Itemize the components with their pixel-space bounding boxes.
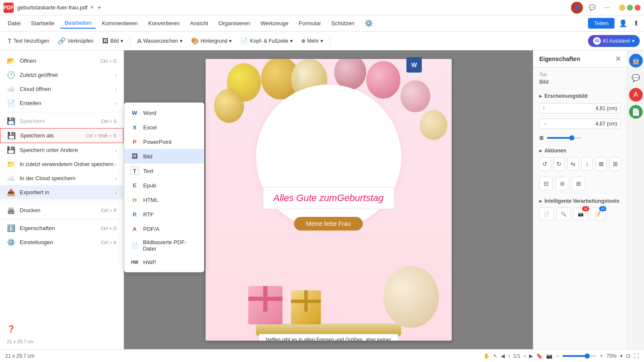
zoom-dropdown[interactable]: ▾: [620, 353, 623, 359]
action-merge[interactable]: ⊟: [539, 177, 553, 190]
menu-view[interactable]: Ansicht: [185, 18, 212, 28]
sidebar-chat-btn[interactable]: 💬: [629, 71, 643, 85]
maximize-btn[interactable]: [627, 5, 633, 11]
minimize-btn[interactable]: [619, 5, 625, 11]
menu-convert[interactable]: Konvertieren: [144, 18, 184, 28]
close-btn[interactable]: [635, 5, 641, 11]
status-zoom-slider[interactable]: [562, 355, 597, 357]
export-excel[interactable]: X Excel: [124, 120, 204, 134]
add-text-btn[interactable]: T Text hinzufügen: [4, 35, 53, 47]
menu-settings-icon[interactable]: ⚙️: [360, 18, 377, 29]
background-icon: 🎨: [191, 37, 199, 45]
bookmark-btn[interactable]: 🔖: [536, 353, 543, 359]
upload-icon-btn[interactable]: ⬆: [632, 18, 641, 29]
pdfa-icon: A: [130, 225, 139, 233]
hand-tool-icon[interactable]: ✋: [483, 353, 490, 359]
action-extract[interactable]: ⊞: [609, 157, 621, 171]
tab-add-btn[interactable]: +: [97, 4, 101, 12]
next-page-btn[interactable]: ▶: [529, 353, 533, 359]
menu-protect[interactable]: Schützen: [327, 18, 359, 28]
menu-item-print[interactable]: 🖨️Drucken Ctrl + P: [0, 203, 124, 217]
menu-file[interactable]: Datei: [3, 18, 25, 28]
select-tool-icon[interactable]: ↖: [493, 353, 497, 359]
zoom-slider[interactable]: [547, 137, 581, 139]
height-value: 4,81 (cm): [595, 105, 617, 111]
menu-item-save-as[interactable]: 💾Speichern als Ctrl + Shift + S: [0, 128, 124, 143]
fit-page-btn[interactable]: ⊡: [626, 353, 630, 359]
export-text[interactable]: T Text: [124, 163, 204, 178]
prev-btn[interactable]: ‹: [508, 353, 510, 359]
export-image[interactable]: 🖼 Bild: [124, 149, 204, 163]
menu-item-open[interactable]: 📂Öffnen Ctrl + O: [0, 54, 124, 68]
link-icon: 🔗: [58, 37, 66, 45]
sidebar-translate-btn[interactable]: A: [629, 88, 643, 102]
epub-icon: E: [130, 181, 139, 190]
link-btn[interactable]: 🔗 Verknüpfen: [54, 35, 97, 47]
action-align[interactable]: ⊜: [556, 177, 569, 190]
ai-assistant-btn[interactable]: AI KI Assistent ▾: [588, 35, 640, 47]
height-field[interactable]: I 4,81 (cm): [539, 103, 621, 114]
action-distribute[interactable]: ⊞: [572, 177, 585, 190]
screenshot-btn[interactable]: 📷: [546, 353, 553, 359]
zoom-in-btn[interactable]: +: [600, 353, 603, 359]
export-word[interactable]: W Word: [124, 105, 204, 120]
sidebar-ai-btn[interactable]: 🤖: [629, 54, 643, 67]
menu-start[interactable]: Startseite: [26, 18, 59, 28]
menu-item-recent[interactable]: 🕐Zuletzt geöffnet ›: [0, 68, 124, 82]
watermark-btn[interactable]: A Wasserzeichen ▾: [134, 35, 186, 47]
share-button[interactable]: Teilen: [588, 18, 615, 29]
more-btn[interactable]: ⊕ Mehr ▾: [298, 36, 326, 46]
action-rotate-ccw[interactable]: ↺: [539, 157, 551, 171]
fullscreen-btn[interactable]: ⛶: [634, 353, 639, 359]
action-crop[interactable]: ⊠: [595, 157, 607, 171]
menu-edit[interactable]: Bearbeiten: [60, 18, 96, 29]
header-footer-btn[interactable]: 📄 Kopf- & Fußzeile ▾: [237, 35, 296, 47]
width-field[interactable]: ↔ 4,67 (cm): [539, 119, 621, 129]
export-html[interactable]: H HTML: [124, 193, 204, 207]
menu-item-cloud-open[interactable]: ☁️Cloud öffnen ›: [0, 82, 124, 96]
export-hwp[interactable]: HW HWP: [124, 255, 204, 269]
menu-item-properties[interactable]: ℹ️Eigenschaften Ctrl + D: [0, 221, 124, 235]
menu-form[interactable]: Formular: [294, 18, 325, 28]
page-info: 1/1: [513, 353, 520, 359]
notification-btn[interactable]: 💬: [586, 4, 598, 11]
menu-comment[interactable]: Kommentieren: [97, 18, 142, 28]
action-flip-h[interactable]: ⇆: [568, 157, 579, 171]
smart-tool-1[interactable]: 📄: [539, 207, 554, 220]
export-epub[interactable]: E Epub: [124, 178, 204, 193]
action-flip-v[interactable]: ↕: [581, 157, 593, 171]
panel-close-btn[interactable]: ✕: [615, 55, 621, 63]
sidebar-doc-btn[interactable]: 📄: [629, 105, 643, 119]
profile-icon-btn[interactable]: 👤: [617, 18, 629, 29]
zoom-out-btn[interactable]: −: [556, 353, 559, 359]
more-btn[interactable]: ⋯: [602, 4, 612, 11]
menu-item-save: 💾Speichern Ctrl + S: [0, 114, 124, 128]
smart-tool-4[interactable]: 📝 AI: [591, 207, 605, 220]
menu-item-create[interactable]: 📄Erstellen ›: [0, 96, 124, 110]
action-rotate-cw[interactable]: ↻: [553, 157, 565, 171]
menu-item-save-other[interactable]: 💾Speichern unter Andere ›: [0, 143, 124, 157]
appearance-label: Erscheinungsbild: [544, 93, 588, 99]
smart-tool-3[interactable]: 📷 AI: [573, 207, 588, 220]
export-rtf[interactable]: R RTF: [124, 207, 204, 222]
menu-item-save-folder[interactable]: 📁In zuletzt verwendetem Ordner speichern…: [0, 157, 124, 171]
type-label: Typ: [539, 72, 621, 77]
width-value: 4,67 (cm): [595, 121, 617, 127]
menu-item-settings[interactable]: ⚙️Einstellungen Ctrl + K: [0, 235, 124, 249]
window-controls: [619, 5, 641, 11]
export-powerpoint[interactable]: P PowerPoint: [124, 134, 204, 149]
user-avatar[interactable]: 👤: [571, 2, 583, 14]
export-pdfa[interactable]: A PDF/A: [124, 222, 204, 236]
background-btn[interactable]: 🎨 Hintergrund ▾: [188, 35, 235, 47]
help-btn[interactable]: ❓: [0, 321, 124, 337]
menu-item-export[interactable]: 📤Exportiert in ›: [0, 185, 124, 199]
menu-item-save-cloud[interactable]: ☁️In der Cloud speichern ›: [0, 171, 124, 185]
next-btn[interactable]: ›: [524, 353, 526, 359]
smart-tool-2[interactable]: 🔍: [556, 207, 571, 220]
prev-page-btn[interactable]: ◀: [501, 353, 505, 359]
menu-tools[interactable]: Werkzeuge: [256, 18, 293, 28]
menu-organize[interactable]: Organisieren: [214, 18, 254, 28]
tab-close-btn[interactable]: ✕: [90, 5, 94, 10]
export-bildbased[interactable]: 📄 Bildbasierte PDF-Datei: [124, 236, 204, 255]
image-btn[interactable]: 🖼 Bild ▾: [99, 35, 126, 47]
